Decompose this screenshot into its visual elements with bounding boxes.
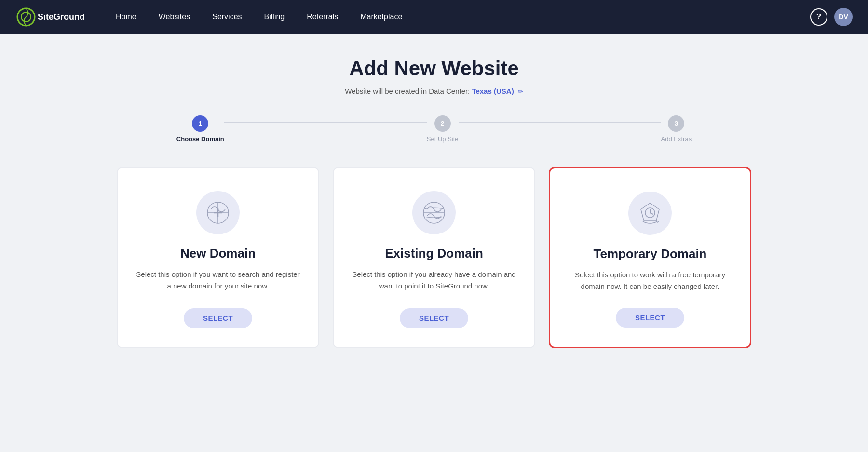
page-title: Add New Website: [116, 57, 752, 80]
nav-referrals[interactable]: Referrals: [298, 9, 347, 25]
new-domain-title: New Domain: [180, 246, 256, 261]
nav-links: Home Websites Services Billing Referrals…: [107, 9, 810, 25]
step-2: 2 Set Up Site: [427, 115, 459, 143]
logo[interactable]: SiteGround: [15, 6, 88, 27]
nav-home[interactable]: Home: [107, 9, 145, 25]
subtitle: Website will be created in Data Center: …: [116, 87, 752, 95]
existing-domain-desc: Select this option if you already have a…: [351, 269, 517, 293]
step-2-circle: 2: [434, 115, 451, 132]
new-domain-desc: Select this option if you want to search…: [135, 269, 301, 293]
domain-cards: New Domain Select this option if you wan…: [116, 167, 752, 348]
nav-billing[interactable]: Billing: [256, 9, 294, 25]
step-1-circle: 1: [192, 115, 208, 132]
step-1-label: Choose Domain: [176, 136, 224, 143]
existing-domain-card[interactable]: Existing Domain Select this option if yo…: [333, 167, 535, 348]
new-domain-select-button[interactable]: SELECT: [184, 308, 252, 328]
help-button[interactable]: ?: [810, 8, 827, 26]
steps-indicator: 1 Choose Domain 2 Set Up Site 3 Add Extr…: [116, 115, 752, 143]
step-connector-2: [459, 122, 661, 123]
svg-line-9: [650, 213, 653, 214]
navbar: SiteGround Home Websites Services Billin…: [0, 0, 868, 34]
main-content: Add New Website Website will be created …: [96, 34, 772, 371]
svg-text:SiteGround: SiteGround: [38, 12, 85, 22]
temporary-domain-icon: [628, 192, 672, 235]
existing-domain-title: Existing Domain: [385, 246, 483, 261]
step-3-label: Add Extras: [661, 136, 692, 143]
step-2-label: Set Up Site: [427, 136, 459, 143]
edit-icon[interactable]: ✏: [518, 88, 523, 95]
temporary-domain-desc: Select this option to work with a free t…: [568, 269, 732, 292]
step-3-circle: 3: [668, 115, 684, 132]
existing-domain-icon: [412, 191, 456, 234]
step-3: 3 Add Extras: [661, 115, 692, 143]
avatar[interactable]: DV: [834, 8, 853, 26]
step-connector-1: [224, 122, 427, 123]
existing-domain-select-button[interactable]: SELECT: [400, 308, 468, 328]
temporary-domain-select-button[interactable]: SELECT: [616, 308, 684, 328]
nav-marketplace[interactable]: Marketplace: [352, 9, 411, 25]
datacenter-link[interactable]: Texas (USA): [472, 87, 514, 95]
nav-right: ? DV: [810, 8, 853, 26]
step-1: 1 Choose Domain: [176, 115, 224, 143]
new-domain-icon: [196, 191, 240, 234]
nav-services[interactable]: Services: [203, 9, 250, 25]
new-domain-card[interactable]: New Domain Select this option if you wan…: [117, 167, 319, 348]
temporary-domain-title: Temporary Domain: [593, 247, 706, 261]
temporary-domain-card[interactable]: Temporary Domain Select this option to w…: [549, 167, 751, 348]
nav-websites[interactable]: Websites: [150, 9, 199, 25]
